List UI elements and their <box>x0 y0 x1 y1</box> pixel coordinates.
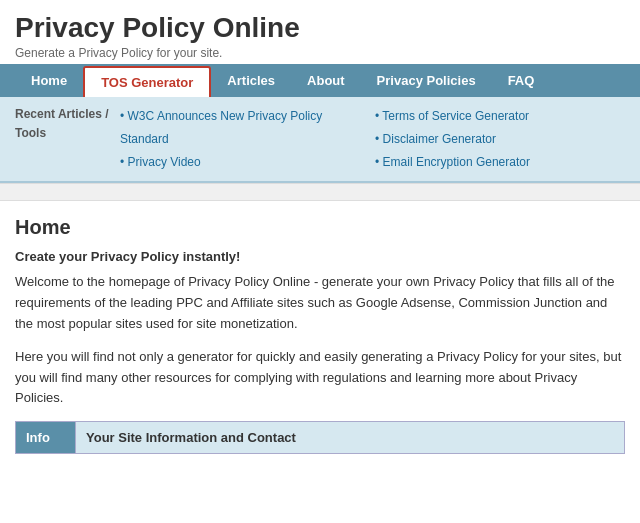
dropdown-panel: Recent Articles / Tools W3C Announces Ne… <box>0 97 640 183</box>
site-header: Privacy Policy Online Generate a Privacy… <box>0 0 640 64</box>
dropdown-link-w3c[interactable]: W3C Announces New Privacy Policy Standar… <box>120 105 365 151</box>
dropdown-col1: W3C Announces New Privacy Policy Standar… <box>115 105 370 173</box>
info-table: Info Your Site Information and Contact <box>15 421 625 454</box>
info-label-cell: Info <box>16 422 76 454</box>
nav-bar: Home TOS Generator Articles About Privac… <box>0 64 640 97</box>
nav-home[interactable]: Home <box>15 64 83 97</box>
page-heading: Home <box>15 216 625 239</box>
nav-faq[interactable]: FAQ <box>492 64 551 97</box>
dropdown-link-tos-gen[interactable]: Terms of Service Generator <box>375 105 620 128</box>
nav-articles[interactable]: Articles <box>211 64 291 97</box>
nav-about[interactable]: About <box>291 64 361 97</box>
site-title: Privacy Policy Online <box>15 12 625 44</box>
dropdown-section-label: Recent Articles / Tools <box>15 105 115 173</box>
table-row: Info Your Site Information and Contact <box>16 422 625 454</box>
body-para2: Here you will find not only a generator … <box>15 347 625 409</box>
subheading: Create your Privacy Policy instantly! <box>15 249 625 264</box>
nav-tos-generator[interactable]: TOS Generator <box>83 66 211 97</box>
main-content: Home Create your Privacy Policy instantl… <box>0 201 640 464</box>
dropdown-link-privacy-video[interactable]: Privacy Video <box>120 151 365 174</box>
separator <box>0 183 640 201</box>
site-subtitle: Generate a Privacy Policy for your site. <box>15 46 625 60</box>
dropdown-link-email-enc[interactable]: Email Encryption Generator <box>375 151 620 174</box>
dropdown-link-disclaimer[interactable]: Disclaimer Generator <box>375 128 620 151</box>
nav-privacy-policies[interactable]: Privacy Policies <box>361 64 492 97</box>
body-para1: Welcome to the homepage of Privacy Polic… <box>15 272 625 334</box>
dropdown-col2: Terms of Service Generator Disclaimer Ge… <box>370 105 625 173</box>
info-value-cell: Your Site Information and Contact <box>76 422 625 454</box>
